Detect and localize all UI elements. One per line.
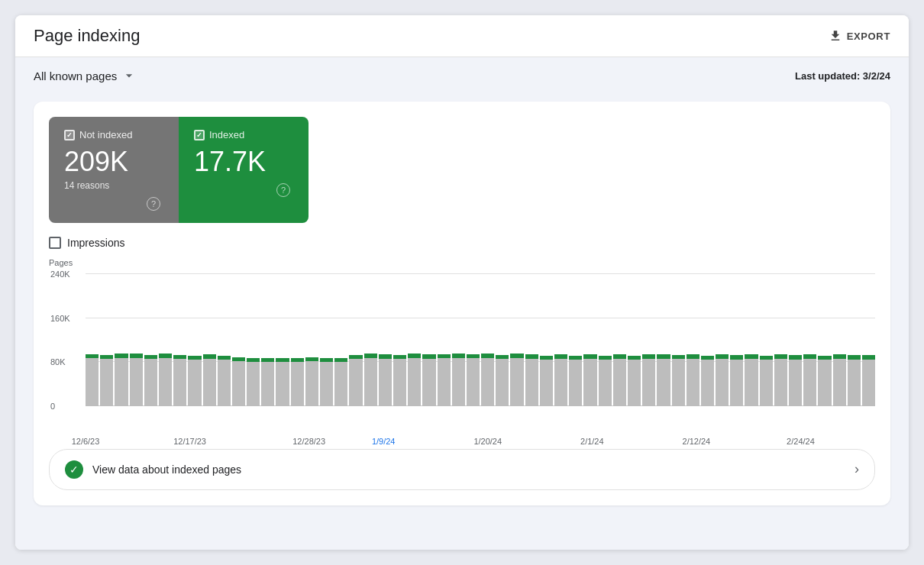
bar-not-indexed <box>540 360 553 406</box>
x-label: 1/20/24 <box>473 437 502 446</box>
filter-button[interactable]: All known pages <box>34 68 137 83</box>
bar-not-indexed <box>760 360 773 406</box>
bar-not-indexed <box>833 359 846 406</box>
bar-not-indexed <box>261 362 274 406</box>
x-label: 12/17/23 <box>173 437 206 446</box>
bar-not-indexed <box>569 360 582 406</box>
filter-label: All known pages <box>34 69 117 82</box>
bar-group <box>393 273 406 406</box>
bar-group <box>672 273 685 406</box>
bar-group <box>173 273 186 406</box>
bar-not-indexed <box>320 362 333 406</box>
not-indexed-footer: ? <box>64 197 160 211</box>
bar-not-indexed <box>100 359 113 406</box>
bar-not-indexed <box>789 360 802 406</box>
bar-not-indexed <box>86 358 99 405</box>
not-indexed-help-icon[interactable]: ? <box>147 197 160 211</box>
bar-group <box>716 273 729 406</box>
bar-not-indexed <box>130 358 143 405</box>
bar-group <box>247 273 260 406</box>
bar-group <box>657 273 670 406</box>
bar-not-indexed <box>745 359 758 406</box>
y-axis-label: Pages <box>49 258 73 267</box>
not-indexed-box: Not indexed 209K 14 reasons ? <box>49 117 179 223</box>
bar-group <box>687 273 699 406</box>
bar-not-indexed <box>481 358 494 405</box>
x-label: 12/28/23 <box>292 437 325 446</box>
bar-group <box>642 273 655 406</box>
chevron-right-icon: › <box>855 461 859 477</box>
bar-group <box>467 273 480 406</box>
page-title: Page indexing <box>34 26 140 46</box>
indexed-help-icon[interactable]: ? <box>276 183 290 197</box>
bar-group <box>203 273 216 406</box>
bar-not-indexed <box>657 359 670 406</box>
last-updated-date: 3/2/24 <box>863 70 890 82</box>
bar-group <box>510 273 523 406</box>
green-check-icon: ✓ <box>65 460 83 479</box>
last-updated: Last updated: 3/2/24 <box>795 70 890 82</box>
bar-not-indexed <box>364 358 377 405</box>
header: Page indexing EXPORT <box>15 15 909 57</box>
bar-group <box>628 273 641 406</box>
last-updated-prefix: Last updated: <box>795 70 860 82</box>
y-label-240k: 240K <box>50 270 70 279</box>
bar-group <box>701 273 714 406</box>
export-label: EXPORT <box>847 31 890 42</box>
bar-not-indexed <box>672 359 685 406</box>
bar-group <box>379 273 392 406</box>
main-card: Not indexed 209K 14 reasons ? Indexed 17… <box>34 102 890 505</box>
bar-not-indexed <box>159 358 172 405</box>
dropdown-icon <box>121 68 137 83</box>
bar-not-indexed <box>701 360 714 406</box>
bar-group <box>862 273 875 406</box>
indexed-value: 17.7K <box>194 147 290 177</box>
bar-group <box>115 273 128 406</box>
subheader: All known pages Last updated: 3/2/24 <box>15 57 909 94</box>
indexed-checkbox[interactable] <box>194 130 205 140</box>
bar-not-indexed <box>422 359 435 406</box>
bar-group <box>422 273 435 406</box>
x-label: 2/12/24 <box>683 437 711 446</box>
page-indexing-window: Page indexing EXPORT All known pages Las… <box>15 15 909 550</box>
bar-not-indexed <box>818 360 831 406</box>
y-label-0: 0 <box>50 402 55 411</box>
bar-not-indexed <box>613 359 626 406</box>
bar-not-indexed <box>305 361 318 406</box>
bar-group <box>349 273 362 406</box>
bar-not-indexed <box>393 359 406 406</box>
bar-group <box>525 273 538 406</box>
bar-not-indexed <box>467 358 480 405</box>
y-label-160k: 160K <box>50 314 70 323</box>
bar-group <box>540 273 553 406</box>
bar-not-indexed <box>218 360 231 405</box>
not-indexed-checkbox[interactable] <box>64 130 75 140</box>
bar-not-indexed <box>862 360 875 406</box>
indexed-link-text: View data about indexed pages <box>92 463 241 476</box>
bar-group <box>730 273 743 406</box>
bar-not-indexed <box>599 360 612 406</box>
bar-not-indexed <box>379 359 392 406</box>
bar-group <box>218 273 231 406</box>
bar-not-indexed <box>687 359 699 406</box>
bar-group <box>334 273 347 406</box>
impressions-label: Impressions <box>67 237 124 249</box>
bar-group <box>789 273 802 406</box>
bar-group <box>320 273 333 406</box>
chart-area: 240K 160K 80K 0 <box>86 273 875 406</box>
bar-group <box>569 273 582 406</box>
not-indexed-sub: 14 reasons <box>64 180 160 191</box>
bars-container <box>86 273 875 406</box>
bar-not-indexed <box>115 358 128 405</box>
bar-group <box>613 273 626 406</box>
bar-not-indexed <box>642 359 655 406</box>
impressions-checkbox[interactable] <box>49 237 61 249</box>
indexed-link[interactable]: ✓ View data about indexed pages › <box>49 449 875 490</box>
bar-group <box>291 273 304 406</box>
export-button[interactable]: EXPORT <box>829 29 890 43</box>
impressions-row: Impressions <box>49 237 875 249</box>
bar-not-indexed <box>554 359 567 406</box>
bar-group <box>364 273 377 406</box>
chart-container: Pages 240K 160K 80K 0 <box>49 258 875 434</box>
bar-not-indexed <box>496 359 509 406</box>
